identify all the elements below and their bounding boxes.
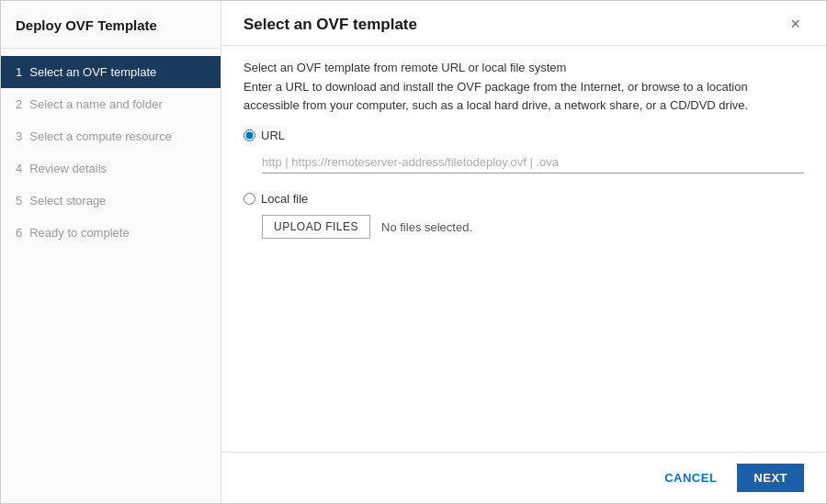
url-radio[interactable] <box>244 129 255 141</box>
step-number-4: 4 <box>16 162 22 175</box>
description-line1: Select an OVF template from remote URL o… <box>244 61 804 74</box>
deploy-ovf-dialog: Deploy OVF Template 1 Select an OVF temp… <box>0 0 827 504</box>
url-option-row: URL <box>244 129 804 142</box>
main-body: Select an OVF template from remote URL o… <box>221 46 826 452</box>
sidebar-step-4-label: Review details <box>29 162 107 175</box>
sidebar-title: Deploy OVF Template <box>1 1 221 49</box>
sidebar-step-3-label: Select a compute resource <box>29 129 172 143</box>
url-option-label[interactable]: URL <box>261 129 285 142</box>
no-files-text: No files selected. <box>381 220 472 234</box>
url-input-container <box>262 151 804 174</box>
step-number-3: 3 <box>16 129 22 143</box>
sidebar-step-3: 3 Select a compute resource <box>1 120 221 152</box>
main-header: Select an OVF template × <box>221 1 826 46</box>
local-file-section: Local file UPLOAD FILES No files selecte… <box>244 192 804 239</box>
sidebar-step-1-label: Select an OVF template <box>29 65 156 79</box>
url-input[interactable] <box>262 151 804 174</box>
cancel-button[interactable]: CANCEL <box>653 464 728 492</box>
sidebar-step-6-label: Ready to complete <box>29 226 129 240</box>
sidebar-steps: 1 Select an OVF template 2 Select a name… <box>1 49 221 256</box>
step-number-6: 6 <box>16 226 22 240</box>
step-number-2: 2 <box>16 97 22 111</box>
main-panel: Select an OVF template × Select an OVF t… <box>221 1 826 503</box>
wizard-sidebar: Deploy OVF Template 1 Select an OVF temp… <box>1 1 221 503</box>
step-number-5: 5 <box>16 194 22 207</box>
sidebar-step-5: 5 Select storage <box>1 185 221 217</box>
upload-row: UPLOAD FILES No files selected. <box>262 215 804 239</box>
local-file-option-row: Local file <box>244 192 804 206</box>
sidebar-step-6: 6 Ready to complete <box>1 217 221 249</box>
sidebar-step-4: 4 Review details <box>1 152 221 185</box>
upload-files-button[interactable]: UPLOAD FILES <box>262 215 370 239</box>
main-title: Select an OVF template <box>244 16 417 34</box>
local-file-radio[interactable] <box>244 193 255 205</box>
next-button[interactable]: NEXT <box>737 464 804 492</box>
step-number-1: 1 <box>16 65 22 79</box>
sidebar-step-2-label: Select a name and folder <box>29 97 163 111</box>
sidebar-step-1[interactable]: 1 Select an OVF template <box>1 56 221 88</box>
main-footer: CANCEL NEXT <box>221 452 826 503</box>
local-file-label[interactable]: Local file <box>261 192 308 206</box>
sidebar-step-2: 2 Select a name and folder <box>1 88 221 120</box>
description-line2: Enter a URL to download and install the … <box>244 78 804 114</box>
close-button[interactable]: × <box>787 16 804 32</box>
sidebar-step-5-label: Select storage <box>29 194 106 207</box>
